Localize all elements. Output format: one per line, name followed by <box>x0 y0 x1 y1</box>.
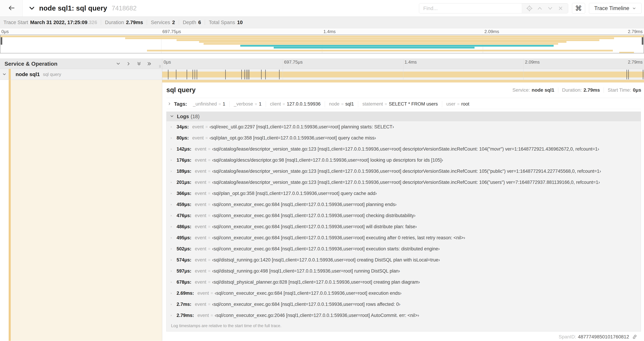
meta-label: Service: <box>512 87 530 93</box>
log-chevron-icon: › <box>171 170 176 173</box>
log-row[interactable]: ›2.79ms:event=‹sql/conn_executor_exec.go… <box>166 310 641 321</box>
log-field-key: event <box>195 158 206 163</box>
log-chevron-icon: › <box>171 269 176 272</box>
minimap-left-scrubber[interactable] <box>1 37 2 45</box>
column-resize-grip[interactable] <box>159 65 161 68</box>
log-field-key: event <box>195 235 206 240</box>
span-detail-panel: sql query Service:node sql1Duration:2.79… <box>162 80 644 341</box>
link-icon[interactable] <box>632 334 638 339</box>
log-field-key: event <box>195 146 206 152</box>
detail-title: sql query <box>166 86 512 94</box>
log-row[interactable]: ›495μs:event=‹sql/conn_executor_exec.go:… <box>166 232 641 243</box>
log-row[interactable]: ›502μs:event=‹sql/conn_executor_exec.go:… <box>166 243 641 254</box>
tag-key: statement <box>362 101 383 107</box>
find-input[interactable] <box>419 4 522 13</box>
keyboard-shortcuts-button[interactable]: ⌘ <box>572 3 585 14</box>
log-marker <box>626 70 627 79</box>
log-field-value: ‹sql/distsql_running.go:498 [nsql1,clien… <box>212 268 400 274</box>
next-match-icon[interactable] <box>546 4 554 12</box>
focus-match-icon[interactable] <box>526 4 534 12</box>
logs-header[interactable]: Logs (18) <box>166 112 641 121</box>
log-equals: = <box>208 158 210 163</box>
log-equals: = <box>206 136 208 140</box>
log-field-value: ‹sql/conn_executor_exec.go:684 [nsql1,cl… <box>212 213 416 218</box>
log-field-key: event <box>195 191 206 196</box>
axis-grid-line <box>524 59 524 69</box>
log-chevron-icon: › <box>171 225 176 228</box>
log-row[interactable]: ›201μs:event=‹sql/catalog/lease/descript… <box>166 177 641 188</box>
log-timestamp: 486μs: <box>176 224 192 229</box>
log-chevron-icon: › <box>171 136 176 140</box>
minimap-tick-labels: 0μs697.75μs1.4ms2.09ms2.79ms <box>0 28 644 35</box>
chevron-down-icon <box>632 6 636 11</box>
tag-key: client <box>270 101 281 107</box>
tag-item[interactable]: _unfinished=1 <box>189 101 230 107</box>
collapse-trace-chevron-icon[interactable] <box>28 5 35 12</box>
tag-value: 1 <box>223 101 225 107</box>
log-field-value: ‹sql/conn_executor_exec.go:684 [nsql1,cl… <box>215 290 402 296</box>
log-row[interactable]: ›189μs:event=‹sql/catalog/lease/descript… <box>166 166 641 177</box>
log-row[interactable]: ›459μs:event=‹sql/conn_executor_exec.go:… <box>166 199 641 210</box>
minimap-right-scrubber[interactable] <box>642 37 643 45</box>
tag-item[interactable]: node=sql1 <box>325 101 358 107</box>
meta-label: Start Time: <box>608 87 631 93</box>
trace-info-item: Duration2.79ms <box>105 20 143 25</box>
prev-match-icon[interactable] <box>536 4 544 12</box>
log-row[interactable]: ›476μs:event=‹sql/conn_executor_exec.go:… <box>166 210 641 221</box>
axis-tick-label: 697.75μs <box>283 60 303 65</box>
log-row[interactable]: ›176μs:event=‹sql/catalog/descs/descript… <box>166 155 641 166</box>
tag-item[interactable]: statement=SELECT * FROM users <box>358 101 442 107</box>
log-row[interactable]: ›142μs:event=‹sql/catalog/lease/descript… <box>166 143 641 155</box>
expand-all-icon[interactable] <box>147 61 152 66</box>
log-timestamp: 574μs: <box>176 257 192 263</box>
log-row[interactable]: ›597μs:event=‹sql/distsql_running.go:498… <box>166 265 641 276</box>
tag-item[interactable]: client=127.0.0.1:59936 <box>266 101 325 107</box>
log-field-value: ‹sql/catalog/lease/descriptor_version_st… <box>212 146 599 152</box>
log-timestamp: 476μs: <box>176 213 192 218</box>
log-chevron-icon: › <box>171 192 176 195</box>
log-chevron-icon: › <box>171 314 176 317</box>
view-select-button[interactable]: Trace Timeline <box>589 3 642 14</box>
span-collapse-chevron-icon[interactable] <box>0 72 9 77</box>
log-row[interactable]: ›2.69ms:event=‹sql/conn_executor_exec.go… <box>166 288 641 299</box>
axis-tick-label: 2.79ms <box>628 60 644 65</box>
expand-one-icon[interactable] <box>126 61 131 66</box>
log-row[interactable]: ›678μs:event=‹sql/distsql_physical_plann… <box>166 276 641 288</box>
tag-item[interactable]: _verbose=1 <box>230 101 266 107</box>
trace-info-value: March 31 2022, 17:25:09 <box>30 20 88 25</box>
minimap-tick-label: 2.09ms <box>483 29 499 34</box>
log-field-key: event <box>198 290 209 296</box>
log-row[interactable]: ›80μs:event=‹sql/plan_opt.go:358 [nsql1,… <box>166 132 641 143</box>
tag-key: _verbose <box>234 101 253 107</box>
trace-info-value: 2.79ms <box>126 20 143 25</box>
back-button[interactable] <box>0 0 22 17</box>
log-timestamp: 678μs: <box>176 279 192 285</box>
spanid-value: 4877749850101760812 <box>578 334 629 339</box>
log-timestamp: 2.79ms: <box>176 313 194 318</box>
log-row[interactable]: ›574μs:event=‹sql/distsql_running.go:142… <box>166 254 641 265</box>
log-field-key: event <box>198 313 209 318</box>
minimap-span-bar <box>204 43 558 45</box>
span-row[interactable]: node sql1 sql query <box>0 69 644 80</box>
tag-item[interactable]: user=root <box>442 101 474 107</box>
minimap-canvas[interactable] <box>0 35 644 53</box>
span-operation-name: sql query <box>43 72 61 77</box>
meta-label: Duration: <box>562 87 582 93</box>
tag-value: sql1 <box>345 101 354 107</box>
log-timestamp: 201μs: <box>176 180 192 185</box>
axis-grid-line <box>283 59 283 69</box>
trace-info-value: 10 <box>237 20 243 25</box>
clear-find-icon[interactable] <box>556 4 564 12</box>
collapse-one-icon[interactable] <box>116 61 121 66</box>
log-row[interactable]: ›366μs:event=‹sql/plan_opt.go:358 [nsql1… <box>166 188 641 199</box>
collapse-all-icon[interactable] <box>136 61 142 66</box>
log-row[interactable]: ›2.7ms:event=‹sql/conn_executor_exec.go:… <box>166 299 641 310</box>
tags-row[interactable]: Tags: _unfinished=1_verbose=1client=127.… <box>166 99 641 109</box>
trace-info-label: Trace Start <box>4 20 28 25</box>
tag-equals: = <box>218 102 221 107</box>
log-row[interactable]: ›486μs:event=‹sql/conn_executor_exec.go:… <box>166 221 641 232</box>
log-row[interactable]: ›34μs:event=‹sql/exec_util.go:2297 [nsql… <box>166 121 641 132</box>
span-bar-cell[interactable] <box>162 69 644 80</box>
trace-info-label: Depth <box>183 20 196 25</box>
trace-info-divider <box>205 20 205 25</box>
